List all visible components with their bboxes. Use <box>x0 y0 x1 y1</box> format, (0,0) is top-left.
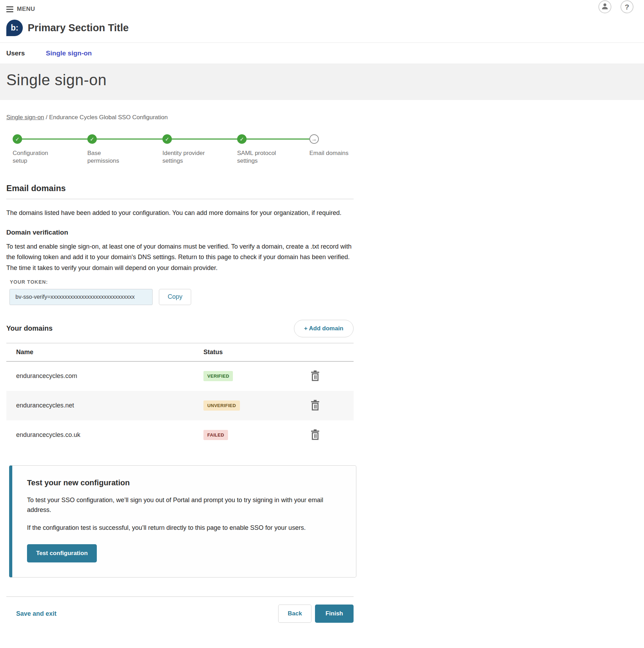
menu-label: MENU <box>17 6 35 13</box>
primary-section-title: Primary Section Title <box>28 22 129 34</box>
domain-verification-text: To test and enable single sign-on, at le… <box>6 241 352 274</box>
save-and-exit-link[interactable]: Save and exit <box>16 610 56 617</box>
back-button[interactable]: Back <box>278 605 311 623</box>
hamburger-icon <box>6 6 13 12</box>
delete-domain-button[interactable] <box>309 428 321 443</box>
test-configuration-heading: Test your new configuration <box>27 478 341 487</box>
domain-verification-heading: Domain verification <box>6 229 354 236</box>
your-domains-heading: Your domains <box>6 324 53 332</box>
token-value[interactable]: bv-sso-verify=xxxxxxxxxxxxxxxxxxxxxxxxxx… <box>9 289 153 305</box>
step-label: SAML protocol settings <box>237 149 282 165</box>
tab-users[interactable]: Users <box>6 49 25 57</box>
check-icon: ✓ <box>162 134 172 144</box>
column-header-status: Status <box>203 349 297 356</box>
step-email-domains[interactable]: → Email domains <box>309 134 362 157</box>
tab-bar: Users Single sign-on <box>0 42 644 63</box>
main-content: Single sign-on / Endurance Cycles Global… <box>0 114 360 623</box>
domains-table-header: Name Status <box>6 343 354 362</box>
divider <box>6 596 354 597</box>
profile-button[interactable] <box>598 0 611 13</box>
profile-icon <box>601 2 609 12</box>
test-configuration-panel: Test your new configuration To test your… <box>9 465 356 578</box>
top-bar: MENU ? b: Primary Section Title <box>0 0 644 42</box>
status-badge: VERIFIED <box>203 371 233 381</box>
test-configuration-text-2: If the configuration test is successful,… <box>27 523 336 533</box>
help-button[interactable]: ? <box>620 0 633 13</box>
page-banner: Single sign-on <box>0 63 644 100</box>
table-row: endurancecycles.com VERIFIED <box>6 362 354 391</box>
tab-single-sign-on[interactable]: Single sign-on <box>46 49 92 57</box>
table-row: endurancecycles.net UNVERIFIED <box>6 391 354 420</box>
domain-name: endurancecycles.co.uk <box>16 431 203 439</box>
step-base-permissions[interactable]: ✓ Base permissions <box>87 134 140 165</box>
trash-icon <box>310 377 320 382</box>
domain-name: endurancecycles.com <box>16 372 203 380</box>
page-title: Single sign-on <box>6 71 638 89</box>
table-row: endurancecycles.co.uk FAILED <box>6 420 354 450</box>
menu-button[interactable]: MENU <box>6 6 638 13</box>
step-label: Base permissions <box>87 149 132 165</box>
trash-icon <box>310 436 320 441</box>
step-configuration-setup[interactable]: ✓ Configuration setup <box>13 134 65 165</box>
add-domain-button[interactable]: + Add domain <box>294 320 354 337</box>
delete-domain-button[interactable] <box>309 369 321 384</box>
finish-button[interactable]: Finish <box>315 605 354 623</box>
brand-logo-text: b: <box>11 23 19 33</box>
step-identity-provider-settings[interactable]: ✓ Identity provider settings <box>162 134 215 165</box>
breadcrumb: Single sign-on / Endurance Cycles Global… <box>6 114 354 121</box>
footer-actions: Save and exit Back Finish <box>6 605 354 623</box>
breadcrumb-separator: / <box>44 114 49 121</box>
check-icon: ✓ <box>13 134 22 144</box>
test-configuration-button[interactable]: Test configuration <box>27 544 97 562</box>
token-label: YOUR TOKEN: <box>10 279 354 285</box>
status-badge: FAILED <box>203 430 228 440</box>
step-label: Configuration setup <box>13 149 58 165</box>
step-label: Email domains <box>309 149 354 157</box>
delete-domain-button[interactable] <box>309 398 321 413</box>
check-icon: ✓ <box>237 134 247 144</box>
domains-table: Name Status endurancecycles.com VERIFIED… <box>6 343 354 450</box>
domain-name: endurancecycles.net <box>16 402 203 409</box>
brand-logo: b: <box>6 20 23 36</box>
column-header-name: Name <box>16 349 203 356</box>
email-domains-heading: Email domains <box>6 183 354 193</box>
check-icon: ✓ <box>87 134 97 144</box>
status-badge: UNVERIFIED <box>203 400 240 411</box>
help-icon: ? <box>625 3 629 11</box>
copy-button[interactable]: Copy <box>159 289 191 305</box>
test-configuration-text-1: To test your SSO configuration, we’ll si… <box>27 495 336 515</box>
intro-text: The domains listed have been added to yo… <box>6 208 352 218</box>
step-label: Identity provider settings <box>162 149 207 165</box>
divider <box>6 199 354 199</box>
progress-stepper: ✓ Configuration setup ✓ Base permissions… <box>6 134 354 169</box>
breadcrumb-current: Endurance Cycles Global SSO Configuratio… <box>49 114 168 121</box>
arrow-right-icon: → <box>309 134 319 144</box>
step-saml-protocol-settings[interactable]: ✓ SAML protocol settings <box>237 134 290 165</box>
trash-icon <box>310 406 320 412</box>
breadcrumb-link-single-sign-on[interactable]: Single sign-on <box>6 114 44 121</box>
